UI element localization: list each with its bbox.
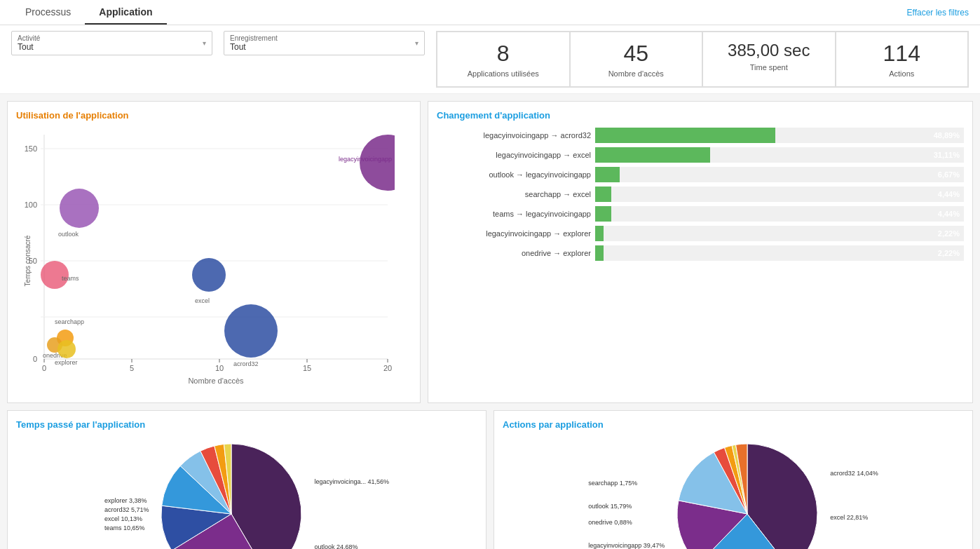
bar-fill	[595, 206, 611, 222]
bubble-chart-svg: 150 100 50 0 0 5 10 15 20	[16, 128, 395, 387]
svg-point-26	[192, 258, 226, 292]
stat-access-number: 45	[582, 41, 691, 67]
bar-label: teams → legacyinvoicingapp	[437, 210, 591, 218]
bar-outer: 31,11%	[595, 147, 964, 163]
pie-time-label-teams: teams 10,65%	[104, 524, 149, 531]
stat-time-label: Time spent	[714, 63, 824, 72]
activity-filter-value: Tout	[18, 42, 34, 52]
svg-text:Nombre d'accès: Nombre d'accès	[188, 377, 244, 385]
svg-text:teams: teams	[62, 275, 79, 282]
svg-text:20: 20	[383, 364, 392, 372]
svg-point-34	[57, 340, 76, 358]
bar-outer: 48,89%	[595, 128, 964, 143]
bar-row: legacyinvoicingapp → excel31,11%	[437, 147, 964, 163]
bar-row: teams → legacyinvoicingapp4,44%	[437, 206, 964, 222]
svg-text:5: 5	[130, 364, 134, 372]
bar-pct-label: 2,22%	[938, 229, 960, 238]
pie-time-label-acrord32: acrord32 5,71%	[104, 506, 149, 513]
tab-application[interactable]: Application	[85, 1, 166, 25]
svg-text:legacyinvoicingapp: legacyinvoicingapp	[339, 156, 392, 163]
bar-outer: 6,67%	[595, 167, 964, 182]
pie-actions-panel: Actions par application searchapp 1,75% …	[494, 410, 973, 549]
pie-actions-right-labels: acrord32 14,04% excel 22,81% explorer 2,…	[830, 470, 878, 549]
pie-time-right-labels: legacyinvoicinga... 41,56% outlook 24,68…	[314, 478, 389, 550]
bar-outer: 2,22%	[595, 245, 964, 261]
svg-text:15: 15	[303, 364, 311, 372]
stat-apps-used-label: Applications utilisées	[449, 69, 558, 78]
stat-time-number: 385,00 sec	[714, 41, 824, 60]
svg-text:searchapp: searchapp	[55, 318, 84, 325]
pie-actions-label-outlook: outlook 15,79%	[588, 503, 665, 510]
bar-pct-label: 2,22%	[938, 249, 960, 257]
activity-filter-label: Activité	[18, 34, 40, 42]
svg-text:outlook: outlook	[58, 231, 79, 238]
bar-row: outlook → legacyinvoicingapp6,67%	[437, 167, 964, 182]
bar-label: outlook → legacyinvoicingapp	[437, 170, 591, 179]
pie-actions-left-labels: searchapp 1,75% outlook 15,79% onedrive …	[588, 480, 665, 549]
stat-actions-label: Actions	[848, 69, 957, 78]
top-nav: Processus Application Effacer les filtre…	[0, 0, 980, 25]
activity-filter[interactable]: Activité Tout ▾	[11, 31, 212, 55]
stat-apps-used-number: 8	[449, 41, 558, 67]
bar-fill	[595, 245, 604, 261]
bar-chart-panel: Changement d'application legacyinvoicing…	[428, 101, 973, 403]
bar-pct-label: 48,89%	[934, 131, 960, 140]
pie-actions-label-onedrive: onedrive 0,88%	[588, 519, 665, 526]
activity-filter-arrow: ▾	[203, 39, 206, 47]
stat-actions-number: 114	[848, 41, 957, 67]
bar-fill	[595, 187, 611, 202]
bar-row: legacyinvoicingapp → acrord3248,89%	[437, 128, 964, 143]
svg-point-24	[224, 304, 278, 358]
svg-text:explorer: explorer	[55, 359, 78, 366]
bar-pct-label: 31,11%	[934, 151, 960, 159]
bar-pct-label: 4,44%	[938, 210, 960, 218]
pie-time-label-excel: excel 10,13%	[104, 515, 149, 522]
recording-filter-arrow: ▾	[415, 39, 418, 47]
svg-point-22	[60, 189, 99, 228]
svg-text:excel: excel	[195, 297, 210, 304]
bar-outer: 2,22%	[595, 226, 964, 241]
pie-time-title: Temps passé par l'application	[16, 419, 477, 430]
svg-point-20	[360, 135, 395, 191]
pie-time-left-labels: explorer 3,38% acrord32 5,71% excel 10,1…	[104, 497, 149, 531]
svg-text:10: 10	[215, 364, 224, 372]
bubble-chart-title: Utilisation de l'application	[16, 110, 411, 121]
stat-actions: 114 Actions	[836, 32, 969, 87]
filters-row: Activité Tout ▾ Enregistrement Tout ▾ 8 …	[0, 25, 980, 94]
bar-outer: 4,44%	[595, 206, 964, 222]
bar-label: onedrive → explorer	[437, 249, 591, 257]
stat-time: 385,00 sec Time spent	[702, 32, 836, 87]
recording-filter-label: Enregistrement	[230, 34, 278, 42]
bar-label: searchapp → excel	[437, 190, 591, 198]
svg-text:150: 150	[25, 144, 37, 153]
pie-time-panel: Temps passé par l'application explorer 3…	[7, 410, 486, 549]
bar-outer: 4,44%	[595, 187, 964, 202]
pie-time-label-legacyinvoicingapp: legacyinvoicinga... 41,56%	[314, 478, 389, 485]
bar-pct-label: 4,44%	[938, 190, 960, 198]
svg-text:acrord32: acrord32	[233, 360, 259, 367]
tab-processus[interactable]: Processus	[11, 1, 85, 25]
stat-access: 45 Nombre d'accès	[570, 32, 703, 87]
bar-fill	[595, 128, 775, 143]
stat-access-label: Nombre d'accès	[582, 69, 691, 78]
bar-chart-container: legacyinvoicingapp → acrord3248,89%legac…	[437, 128, 964, 261]
bar-label: legacyinvoicingapp → explorer	[437, 229, 591, 238]
stat-apps-used: 8 Applications utilisées	[437, 32, 570, 87]
pie-actions-label-excel: excel 22,81%	[830, 514, 878, 521]
pie-time-label-explorer: explorer 3,38%	[104, 497, 149, 504]
pie-time-label-outlook: outlook 24,68%	[314, 543, 389, 550]
clear-filters-button[interactable]: Effacer les filtres	[907, 8, 969, 18]
pie-actions-label-searchapp: searchapp 1,75%	[588, 480, 665, 487]
bar-fill	[595, 226, 604, 241]
bar-row: legacyinvoicingapp → explorer2,22%	[437, 226, 964, 241]
y-axis-label: Temps consacré	[24, 236, 32, 287]
pie-actions-label-acrord32: acrord32 14,04%	[830, 470, 878, 477]
svg-text:100: 100	[25, 201, 37, 209]
bar-row: searchapp → excel4,44%	[437, 187, 964, 202]
bar-chart-title: Changement d'application	[437, 110, 964, 121]
pie-actions-chart	[670, 437, 824, 549]
pie-actions-label-legacyinvoicingapp: legacyinvoicingapp 39,47%	[588, 542, 665, 549]
recording-filter[interactable]: Enregistrement Tout ▾	[224, 31, 425, 55]
bar-label: legacyinvoicingapp → excel	[437, 151, 591, 159]
bar-row: onedrive → explorer2,22%	[437, 245, 964, 261]
